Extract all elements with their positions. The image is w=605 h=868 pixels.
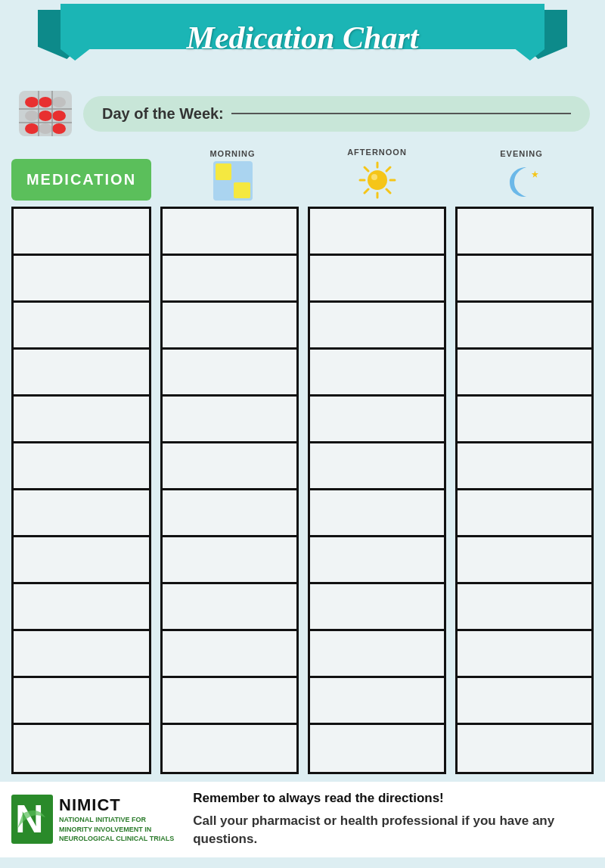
grid-cell[interactable] (458, 350, 591, 397)
grid-cell[interactable] (163, 397, 296, 443)
org-full-name: NATIONAL INITIATIVE FOR MINORITY INVOLVE… (59, 815, 174, 844)
evening-header: EVENING (454, 149, 589, 201)
svg-line-21 (386, 167, 390, 171)
grid-cell[interactable] (14, 397, 149, 443)
svg-point-23 (371, 174, 377, 180)
grid-cell[interactable] (310, 443, 444, 490)
column-headers: MEDICATION MORNING AFTERNOON (11, 148, 594, 201)
morning-icon (213, 161, 253, 201)
grid-cell[interactable] (310, 584, 444, 631)
morning-icon-cell (216, 182, 232, 199)
svg-line-20 (386, 189, 390, 193)
svg-point-3 (52, 97, 66, 107)
morning-icon-cell (234, 182, 250, 199)
page-title: Medication Chart (187, 20, 419, 56)
grid-cell[interactable] (458, 631, 591, 678)
grid-cell[interactable] (458, 537, 591, 584)
svg-point-9 (52, 123, 66, 134)
medication-header: MEDICATION (11, 159, 151, 201)
grid-cell[interactable] (14, 584, 149, 631)
evening-column (455, 207, 594, 774)
grid-cell[interactable] (163, 584, 296, 631)
grid-cell[interactable] (458, 584, 591, 631)
grid-cell[interactable] (163, 209, 296, 256)
day-of-week-label: Day of the Week: (102, 105, 224, 123)
evening-label: EVENING (500, 149, 543, 158)
grid-cell[interactable] (458, 303, 591, 350)
morning-label: MORNING (209, 149, 255, 158)
svg-line-22 (365, 189, 368, 193)
svg-marker-24 (531, 171, 538, 178)
grid-cell[interactable] (14, 256, 149, 303)
grid-cell[interactable] (14, 631, 149, 678)
grid-cell[interactable] (310, 631, 444, 678)
grid-cell[interactable] (310, 397, 444, 443)
afternoon-column (308, 207, 446, 774)
grid-cell[interactable] (14, 725, 149, 772)
grid-cell[interactable] (458, 397, 591, 443)
grid-cell[interactable] (310, 490, 444, 537)
grid-cell[interactable] (458, 490, 591, 537)
grid-cell[interactable] (14, 303, 149, 350)
grid-cell[interactable] (14, 350, 149, 397)
svg-point-4 (25, 110, 39, 121)
svg-point-5 (39, 110, 52, 121)
grid-cell[interactable] (458, 256, 591, 303)
morning-column (160, 207, 299, 774)
day-section: Day of the Week: (15, 87, 590, 140)
grid-cell[interactable] (163, 725, 296, 772)
svg-point-2 (39, 97, 52, 107)
svg-point-8 (39, 123, 52, 134)
sun-icon (357, 160, 398, 201)
grid-cell[interactable] (310, 537, 444, 584)
grid-cell[interactable] (310, 303, 444, 350)
day-line (231, 113, 571, 114)
moon-icon (502, 161, 541, 201)
svg-text:N: N (15, 797, 44, 841)
footer-logo: N NIMICT NATIONAL INITIATIVE FOR MINORIT… (11, 791, 174, 848)
footer-message: Remember to always read the directions! … (185, 791, 594, 848)
grid-cell[interactable] (14, 678, 149, 725)
svg-point-1 (25, 97, 39, 107)
grid-cell[interactable] (458, 209, 591, 256)
grid-cell[interactable] (310, 678, 444, 725)
grid-cell[interactable] (310, 209, 444, 256)
grid-cell[interactable] (163, 678, 296, 725)
reminder-text: Remember to always read the directions! (193, 791, 594, 806)
pill-icon (15, 87, 76, 140)
banner-wrapper: Medication Chart (0, 0, 605, 76)
nimict-logo: N (11, 795, 53, 844)
grid-cell[interactable] (14, 537, 149, 584)
grid-cell[interactable] (458, 678, 591, 725)
morning-header: MORNING (165, 149, 300, 201)
grid-cell[interactable] (163, 350, 296, 397)
grid-cell[interactable] (310, 350, 444, 397)
grid-cell[interactable] (163, 490, 296, 537)
footer: N NIMICT NATIONAL INITIATIVE FOR MINORIT… (0, 782, 605, 857)
org-acronym: NIMICT (59, 795, 174, 815)
afternoon-label: AFTERNOON (347, 148, 407, 157)
grid-cell[interactable] (14, 209, 149, 256)
footer-org-text: NIMICT NATIONAL INITIATIVE FOR MINORITY … (59, 795, 174, 844)
grid-cell[interactable] (310, 725, 444, 772)
svg-point-7 (25, 123, 39, 134)
grid-cell[interactable] (163, 537, 296, 584)
grid-cell[interactable] (163, 303, 296, 350)
grid-cell[interactable] (163, 443, 296, 490)
grid-cell[interactable] (458, 443, 591, 490)
grid-cell[interactable] (14, 490, 149, 537)
svg-point-6 (52, 110, 66, 121)
svg-line-19 (365, 167, 368, 171)
grid-cell[interactable] (14, 443, 149, 490)
grid-cell[interactable] (458, 725, 591, 772)
grid-cell[interactable] (163, 631, 296, 678)
morning-icon-cell (216, 163, 232, 180)
medication-column (11, 207, 151, 774)
morning-icon-cell (234, 163, 250, 180)
grid-cell[interactable] (163, 256, 296, 303)
grid-cell[interactable] (310, 256, 444, 303)
contact-text: Call your pharmacist or health professio… (193, 812, 594, 848)
afternoon-header: AFTERNOON (309, 148, 445, 201)
day-label-container: Day of the Week: (83, 96, 590, 132)
svg-point-14 (368, 170, 387, 190)
